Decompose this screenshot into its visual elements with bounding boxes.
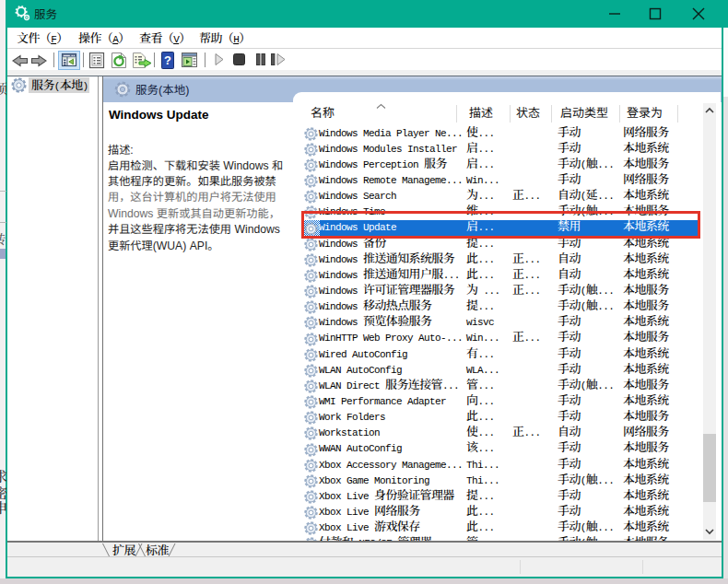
svg-text:?: ? [164, 53, 171, 67]
